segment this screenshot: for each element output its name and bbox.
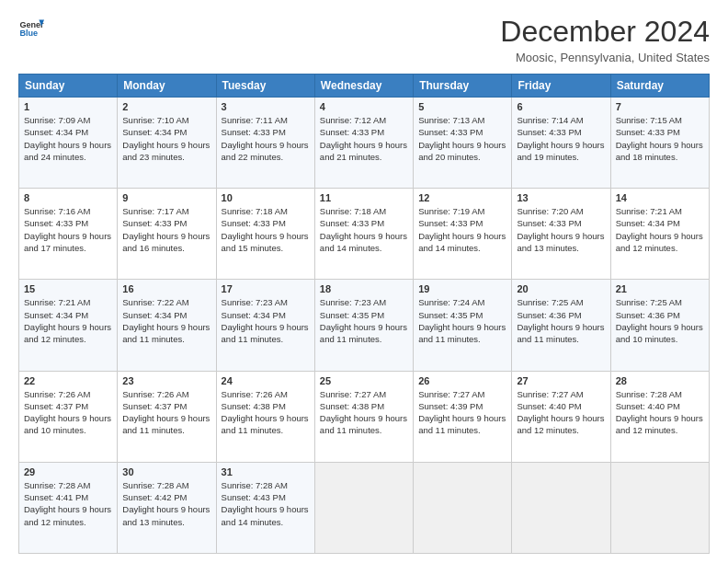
table-row: 4Sunrise: 7:12 AMSunset: 4:33 PMDaylight… (314, 98, 413, 189)
header-sunday: Sunday (19, 75, 118, 98)
day-number: 26 (418, 375, 506, 386)
table-row: 18Sunrise: 7:23 AMSunset: 4:35 PMDayligh… (314, 280, 413, 371)
table-row: 11Sunrise: 7:18 AMSunset: 4:33 PMDayligh… (314, 189, 413, 280)
table-row: 9Sunrise: 7:17 AMSunset: 4:33 PMDaylight… (118, 189, 216, 280)
cell-content: Sunrise: 7:25 AMSunset: 4:36 PMDaylight … (517, 297, 604, 344)
day-number: 12 (418, 192, 506, 203)
table-row: 3Sunrise: 7:11 AMSunset: 4:33 PMDaylight… (216, 98, 314, 189)
cell-content: Sunrise: 7:23 AMSunset: 4:35 PMDaylight … (320, 297, 407, 344)
table-row: 5Sunrise: 7:13 AMSunset: 4:33 PMDaylight… (414, 98, 512, 189)
header-saturday: Saturday (610, 75, 709, 98)
calendar-week-2: 8Sunrise: 7:16 AMSunset: 4:33 PMDaylight… (19, 189, 710, 280)
table-row: 19Sunrise: 7:24 AMSunset: 4:35 PMDayligh… (414, 280, 512, 371)
table-row (610, 462, 709, 553)
cell-content: Sunrise: 7:18 AMSunset: 4:33 PMDaylight … (320, 206, 407, 253)
cell-content: Sunrise: 7:28 AMSunset: 4:42 PMDaylight … (122, 480, 210, 527)
day-number: 10 (222, 192, 310, 203)
table-row (414, 462, 512, 553)
day-number: 7 (616, 101, 704, 112)
table-row: 15Sunrise: 7:21 AMSunset: 4:34 PMDayligh… (19, 280, 118, 371)
table-row: 6Sunrise: 7:14 AMSunset: 4:33 PMDaylight… (512, 98, 610, 189)
cell-content: Sunrise: 7:25 AMSunset: 4:36 PMDaylight … (616, 297, 703, 344)
table-row: 26Sunrise: 7:27 AMSunset: 4:39 PMDayligh… (414, 371, 512, 462)
table-row: 25Sunrise: 7:27 AMSunset: 4:38 PMDayligh… (314, 371, 413, 462)
cell-content: Sunrise: 7:28 AMSunset: 4:41 PMDaylight … (24, 480, 111, 527)
day-number: 31 (222, 466, 310, 477)
day-number: 22 (24, 375, 112, 386)
table-row: 28Sunrise: 7:28 AMSunset: 4:40 PMDayligh… (610, 371, 709, 462)
cell-content: Sunrise: 7:28 AMSunset: 4:43 PMDaylight … (222, 480, 309, 527)
day-number: 1 (24, 101, 112, 112)
cell-content: Sunrise: 7:24 AMSunset: 4:35 PMDaylight … (418, 297, 506, 344)
cell-content: Sunrise: 7:10 AMSunset: 4:34 PMDaylight … (122, 115, 210, 162)
cell-content: Sunrise: 7:18 AMSunset: 4:33 PMDaylight … (222, 206, 309, 253)
day-number: 2 (122, 101, 210, 112)
svg-text:Blue: Blue (19, 29, 38, 38)
day-number: 24 (222, 375, 310, 386)
day-number: 5 (418, 101, 506, 112)
table-row: 13Sunrise: 7:20 AMSunset: 4:33 PMDayligh… (512, 189, 610, 280)
cell-content: Sunrise: 7:13 AMSunset: 4:33 PMDaylight … (418, 115, 506, 162)
day-number: 4 (320, 101, 408, 112)
day-number: 17 (222, 283, 310, 294)
header-row: Sunday Monday Tuesday Wednesday Thursday… (19, 75, 710, 98)
day-number: 9 (122, 192, 210, 203)
cell-content: Sunrise: 7:16 AMSunset: 4:33 PMDaylight … (24, 206, 111, 253)
header-friday: Friday (512, 75, 610, 98)
header-tuesday: Tuesday (216, 75, 314, 98)
cell-content: Sunrise: 7:27 AMSunset: 4:38 PMDaylight … (320, 389, 407, 436)
cell-content: Sunrise: 7:26 AMSunset: 4:37 PMDaylight … (122, 389, 210, 436)
cell-content: Sunrise: 7:14 AMSunset: 4:33 PMDaylight … (517, 115, 604, 162)
day-number: 14 (616, 192, 704, 203)
calendar-week-1: 1Sunrise: 7:09 AMSunset: 4:34 PMDaylight… (19, 98, 710, 189)
table-row: 16Sunrise: 7:22 AMSunset: 4:34 PMDayligh… (118, 280, 216, 371)
table-row: 21Sunrise: 7:25 AMSunset: 4:36 PMDayligh… (610, 280, 709, 371)
cell-content: Sunrise: 7:26 AMSunset: 4:38 PMDaylight … (222, 389, 309, 436)
table-row: 31Sunrise: 7:28 AMSunset: 4:43 PMDayligh… (216, 462, 314, 553)
day-number: 8 (24, 192, 112, 203)
day-number: 16 (122, 283, 210, 294)
logo: General Blue (18, 15, 44, 40)
cell-content: Sunrise: 7:28 AMSunset: 4:40 PMDaylight … (616, 389, 703, 436)
header-monday: Monday (118, 75, 216, 98)
day-number: 30 (122, 466, 210, 477)
table-row: 2Sunrise: 7:10 AMSunset: 4:34 PMDaylight… (118, 98, 216, 189)
header-wednesday: Wednesday (314, 75, 413, 98)
day-number: 20 (517, 283, 605, 294)
day-number: 6 (517, 101, 605, 112)
day-number: 19 (418, 283, 506, 294)
day-number: 27 (517, 375, 605, 386)
calendar-week-3: 15Sunrise: 7:21 AMSunset: 4:34 PMDayligh… (19, 280, 710, 371)
cell-content: Sunrise: 7:19 AMSunset: 4:33 PMDaylight … (418, 206, 506, 253)
day-number: 13 (517, 192, 605, 203)
day-number: 15 (24, 283, 112, 294)
cell-content: Sunrise: 7:12 AMSunset: 4:33 PMDaylight … (320, 115, 407, 162)
title-block: December 2024 Moosic, Pennsylvania, Unit… (500, 15, 710, 64)
day-number: 11 (320, 192, 408, 203)
day-number: 29 (24, 466, 112, 477)
calendar-week-5: 29Sunrise: 7:28 AMSunset: 4:41 PMDayligh… (19, 462, 710, 553)
table-row: 8Sunrise: 7:16 AMSunset: 4:33 PMDaylight… (19, 189, 118, 280)
day-number: 18 (320, 283, 408, 294)
calendar-subtitle: Moosic, Pennsylvania, United States (500, 51, 710, 64)
header: General Blue December 2024 Moosic, Penns… (18, 15, 710, 64)
table-row: 30Sunrise: 7:28 AMSunset: 4:42 PMDayligh… (118, 462, 216, 553)
calendar-week-4: 22Sunrise: 7:26 AMSunset: 4:37 PMDayligh… (19, 371, 710, 462)
cell-content: Sunrise: 7:22 AMSunset: 4:34 PMDaylight … (122, 297, 210, 344)
calendar-title: December 2024 (500, 15, 710, 49)
table-row: 7Sunrise: 7:15 AMSunset: 4:33 PMDaylight… (610, 98, 709, 189)
logo-icon: General Blue (18, 15, 44, 40)
table-row (512, 462, 610, 553)
day-number: 21 (616, 283, 704, 294)
calendar-table: Sunday Monday Tuesday Wednesday Thursday… (18, 74, 710, 554)
day-number: 3 (222, 101, 310, 112)
table-row: 23Sunrise: 7:26 AMSunset: 4:37 PMDayligh… (118, 371, 216, 462)
cell-content: Sunrise: 7:20 AMSunset: 4:33 PMDaylight … (517, 206, 604, 253)
table-row: 12Sunrise: 7:19 AMSunset: 4:33 PMDayligh… (414, 189, 512, 280)
table-row: 29Sunrise: 7:28 AMSunset: 4:41 PMDayligh… (19, 462, 118, 553)
cell-content: Sunrise: 7:27 AMSunset: 4:39 PMDaylight … (418, 389, 506, 436)
table-row: 14Sunrise: 7:21 AMSunset: 4:34 PMDayligh… (610, 189, 709, 280)
cell-content: Sunrise: 7:21 AMSunset: 4:34 PMDaylight … (24, 297, 111, 344)
table-row: 27Sunrise: 7:27 AMSunset: 4:40 PMDayligh… (512, 371, 610, 462)
cell-content: Sunrise: 7:26 AMSunset: 4:37 PMDaylight … (24, 389, 111, 436)
